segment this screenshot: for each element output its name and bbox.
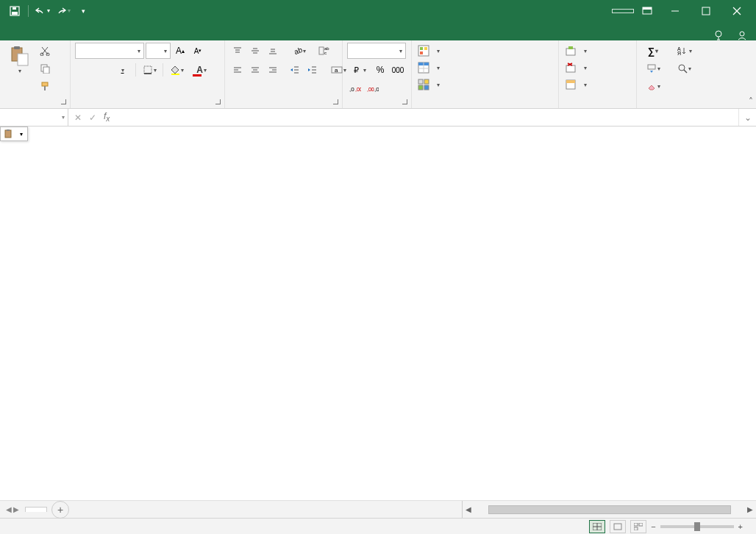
undo-icon[interactable]: ▾ [33,2,51,20]
percent-icon[interactable]: % [372,62,388,78]
format-as-table-button[interactable]: ▾ [416,60,441,76]
fx-icon[interactable]: fx [104,111,110,123]
format-cells-button[interactable]: ▾ [563,76,588,93]
svg-rect-72 [424,85,429,90]
svg-rect-70 [424,79,429,84]
underline-button[interactable]: ▾ [110,62,134,78]
qat-customize[interactable]: ▾ [74,2,92,20]
decrease-decimal-icon[interactable]: ,00,0 [365,81,381,97]
share-button[interactable] [737,30,750,40]
decrease-font-icon[interactable]: A▾ [190,43,206,59]
font-size-combo[interactable]: ▾ [146,43,171,59]
svg-rect-62 [420,47,423,50]
svg-text:,0: ,0 [374,86,379,93]
svg-rect-91 [634,523,638,526]
styles-group-label [416,105,554,107]
hscroll-track[interactable] [488,505,731,514]
alignment-launcher[interactable] [330,96,340,107]
signin-button[interactable] [612,9,634,13]
comma-icon[interactable]: 000 [390,62,406,78]
svg-rect-20 [42,82,48,86]
new-sheet-icon[interactable]: + [51,501,69,519]
font-color-icon[interactable]: A▾ [190,62,213,78]
page-layout-view-icon[interactable] [610,520,626,533]
align-bottom-icon[interactable] [265,43,281,59]
svg-point-83 [679,65,685,71]
fill-color-icon[interactable]: ▾ [165,62,188,78]
increase-decimal-icon[interactable]: ,0,00 [347,81,363,97]
align-middle-icon[interactable] [247,43,263,59]
paste-button[interactable]: ▾ [4,43,34,76]
tab-scroll-left-icon[interactable]: ◀ [6,505,12,513]
bold-button[interactable] [75,62,91,78]
sort-filter-icon[interactable]: AЯ▾ [672,43,696,59]
font-launcher[interactable] [213,96,223,107]
svg-rect-4 [643,7,652,10]
number-format-combo[interactable]: ▾ [347,43,406,59]
hscroll-thumb[interactable] [488,505,731,514]
format-painter-icon[interactable] [37,78,53,94]
svg-rect-1 [12,12,18,15]
borders-icon[interactable]: ▾ [138,62,161,78]
tell-me[interactable] [713,30,727,40]
page-break-view-icon[interactable] [630,520,646,533]
cancel-formula-icon[interactable]: ✕ [74,113,82,123]
number-launcher[interactable] [399,96,410,107]
wrap-text-icon[interactable]: abc [316,43,332,59]
cell-styles-button[interactable]: ▾ [416,76,441,93]
formula-expand-icon[interactable]: ⌄ [738,109,756,126]
clipboard-launcher[interactable] [58,96,68,107]
zoom-slider[interactable] [660,525,734,528]
italic-button[interactable] [93,62,109,78]
autosum-icon[interactable]: ∑▾ [641,43,665,59]
svg-rect-93 [634,527,638,530]
copy-icon[interactable] [37,60,53,76]
find-select-icon[interactable]: ▾ [672,60,696,76]
paste-options-button[interactable]: ▾ [0,127,28,141]
cells-group-label [563,105,632,107]
svg-rect-6 [702,7,710,15]
sheet-tab[interactable] [25,507,47,512]
orientation-icon[interactable]: ab▾ [287,43,310,59]
save-icon[interactable] [6,2,24,20]
svg-rect-63 [424,47,427,50]
maximize-button[interactable] [691,1,721,21]
svg-rect-73 [566,49,575,55]
ribbon-display-options-icon[interactable] [635,2,659,20]
svg-rect-82 [648,65,655,69]
collapse-ribbon-icon[interactable]: ˄ [749,96,753,107]
zoom-out-icon[interactable]: − [651,522,655,531]
insert-cells-button[interactable]: ▾ [563,43,588,59]
align-right-icon[interactable] [265,62,281,78]
minimize-button[interactable] [660,1,690,21]
font-name-combo[interactable]: ▾ [75,43,144,59]
formula-bar[interactable] [115,109,738,126]
svg-rect-64 [420,51,423,54]
svg-rect-19 [43,67,49,74]
redo-icon[interactable]: ▾ [54,2,71,20]
svg-rect-79 [566,80,575,83]
normal-view-icon[interactable] [589,520,605,533]
increase-indent-icon[interactable] [304,62,321,78]
fill-icon[interactable]: ▾ [641,60,665,76]
name-box[interactable]: ▾ [0,109,68,126]
align-center-icon[interactable] [247,62,263,78]
hscroll-right-icon[interactable]: ▶ [744,503,757,516]
zoom-in-icon[interactable]: + [738,522,743,531]
tab-file[interactable] [1,33,19,40]
svg-rect-15 [18,54,28,65]
align-left-icon[interactable] [229,62,246,78]
align-top-icon[interactable] [229,43,246,59]
delete-cells-button[interactable]: ▾ [563,60,588,76]
cut-icon[interactable] [37,43,53,59]
increase-font-icon[interactable]: A▴ [172,43,188,59]
conditional-formatting-button[interactable]: ▾ [416,43,441,59]
hscroll-left-icon[interactable]: ◀ [463,503,475,516]
decrease-indent-icon[interactable] [287,62,303,78]
accounting-format-icon[interactable]: ₽▾ [347,62,371,78]
font-group-label [75,105,220,107]
enter-formula-icon[interactable]: ✓ [89,113,96,123]
close-button[interactable] [722,1,752,21]
clear-icon[interactable]: ▾ [641,78,665,94]
tab-scroll-right-icon[interactable]: ▶ [13,505,19,513]
